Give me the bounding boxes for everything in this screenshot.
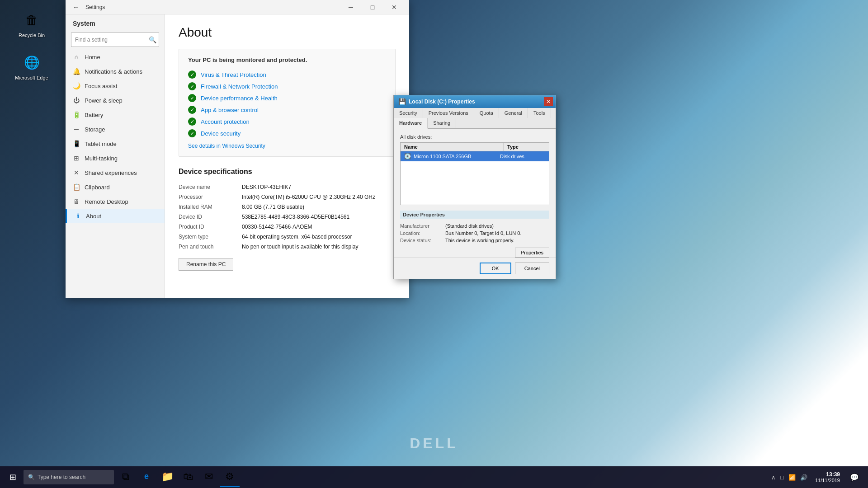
- sidebar-item-focus[interactable]: 🌙 Focus assist: [66, 79, 165, 93]
- spec-label-device-id: Device ID: [179, 214, 242, 220]
- dialog-title-left: 💾 Local Disk (C:) Properties: [398, 98, 475, 105]
- status-label: Device status:: [400, 238, 445, 243]
- taskbar-edge[interactable]: e: [137, 467, 156, 487]
- dialog-close-button[interactable]: ✕: [544, 97, 553, 106]
- virus-label: Virus & Threat Protection: [201, 71, 266, 78]
- taskbar: ⊞ 🔍 Type here to search ⧉ e 📁 🛍 ✉ ⚙ ∧ □ …: [0, 466, 868, 488]
- edge-image: 🌐: [21, 52, 42, 73]
- spec-table: Device name DESKTOP-43EHIK7 Processor In…: [179, 182, 396, 252]
- security-item-virus[interactable]: ✓ Virus & Threat Protection: [188, 69, 386, 80]
- spec-row-ram: Installed RAM 8.00 GB (7.71 GB usable): [179, 202, 396, 212]
- back-button[interactable]: ←: [70, 3, 82, 12]
- clipboard-label: Clipboard: [85, 184, 110, 191]
- col-name: Name: [401, 143, 504, 151]
- notifications-icon: 🔔: [73, 68, 80, 75]
- tab-security[interactable]: Security: [394, 108, 423, 118]
- about-label: About: [86, 213, 101, 220]
- notification-button[interactable]: 💬: [846, 469, 863, 485]
- check-icon-device-security: ✓: [188, 129, 196, 137]
- close-button[interactable]: ✕: [384, 0, 405, 14]
- security-item-device-security[interactable]: ✓ Device security: [188, 127, 386, 139]
- recycle-bin-label: Recycle Bin: [19, 33, 45, 38]
- device-specs-title: Device specifications: [179, 168, 396, 176]
- taskbar-settings[interactable]: ⚙: [220, 467, 240, 487]
- maximize-button[interactable]: □: [362, 0, 383, 14]
- drive-item[interactable]: 💽 Micron 1100 SATA 256GB Disk drives: [401, 151, 549, 161]
- tray-volume[interactable]: 🔊: [799, 473, 809, 482]
- battery-label: Battery: [85, 112, 103, 118]
- see-details-link[interactable]: See details in Windows Security: [188, 143, 386, 149]
- spec-row-pen-touch: Pen and touch No pen or touch input is a…: [179, 242, 396, 252]
- security-item-account[interactable]: ✓ Account protection: [188, 116, 386, 127]
- spec-value-processor: Intel(R) Core(TM) i5-6200U CPU @ 2.30GHz…: [242, 194, 396, 200]
- storage-label: Storage: [85, 126, 105, 133]
- tab-previous-versions[interactable]: Previous Versions: [423, 108, 474, 118]
- security-item-app-browser[interactable]: ✓ App & browser control: [188, 104, 386, 116]
- tray-network[interactable]: 📶: [787, 473, 797, 482]
- power-label: Power & sleep: [85, 97, 123, 104]
- taskbar-search[interactable]: 🔍 Type here to search: [24, 470, 114, 484]
- start-button[interactable]: ⊞: [2, 466, 24, 488]
- sidebar-item-clipboard[interactable]: 📋 Clipboard: [66, 180, 165, 194]
- focus-icon: 🌙: [73, 82, 80, 89]
- taskbar-clock[interactable]: 13:39 11/11/2019: [811, 470, 844, 484]
- taskbar-task-view[interactable]: ⧉: [116, 467, 136, 487]
- battery-icon: 🔋: [73, 111, 80, 118]
- spec-row-device-id: Device ID 538E2785-4489-48C3-8366-4D5EF0…: [179, 212, 396, 222]
- sidebar-item-multitasking[interactable]: ⊞ Multi-tasking: [66, 151, 165, 165]
- search-icon: 🔍: [149, 36, 156, 43]
- settings-body: System 🔍 ⌂ Home 🔔 Notifications & action…: [66, 14, 409, 298]
- sidebar-item-battery[interactable]: 🔋 Battery: [66, 108, 165, 122]
- power-icon: ⏻: [73, 97, 80, 104]
- sidebar-item-storage[interactable]: ─ Storage: [66, 122, 165, 136]
- minimize-button[interactable]: ─: [340, 0, 361, 14]
- remote-label: Remote Desktop: [85, 198, 128, 205]
- tab-quota[interactable]: Quota: [474, 108, 499, 118]
- drive-type: Disk drives: [500, 154, 545, 159]
- tray-action-center[interactable]: □: [779, 473, 785, 482]
- taskbar-right: ∧ □ 📶 🔊 13:39 11/11/2019 💬: [770, 469, 866, 485]
- sidebar-item-shared[interactable]: ✕ Shared experiences: [66, 165, 165, 180]
- sidebar-item-about[interactable]: ℹ About: [66, 209, 165, 223]
- search-box[interactable]: 🔍: [71, 33, 159, 47]
- spec-value-device-id: 538E2785-4489-48C3-8366-4D5EF0B14561: [242, 214, 396, 220]
- location-label: Location:: [400, 230, 445, 236]
- taskbar-search-text: Type here to search: [38, 474, 85, 480]
- drive-col-headers: Name Type: [400, 142, 549, 151]
- properties-button[interactable]: Properties: [515, 248, 549, 258]
- ok-button[interactable]: OK: [480, 263, 511, 274]
- tray-up-arrow[interactable]: ∧: [770, 473, 777, 482]
- check-icon-virus: ✓: [188, 70, 196, 79]
- sidebar-item-notifications[interactable]: 🔔 Notifications & actions: [66, 64, 165, 79]
- sidebar-item-home[interactable]: ⌂ Home: [66, 50, 165, 64]
- shared-icon: ✕: [73, 169, 80, 176]
- microsoft-edge-icon[interactable]: 🌐 Microsoft Edge: [14, 52, 50, 80]
- spec-label-name: Device name: [179, 184, 242, 190]
- sidebar-item-tablet[interactable]: 📱 Tablet mode: [66, 136, 165, 151]
- taskbar-file-explorer[interactable]: 📁: [157, 467, 177, 487]
- drives-list: 💽 Micron 1100 SATA 256GB Disk drives: [400, 151, 549, 205]
- security-item-device-perf[interactable]: ✓ Device performance & Health: [188, 92, 386, 104]
- sidebar-item-remote[interactable]: 🖥 Remote Desktop: [66, 194, 165, 209]
- recycle-bin-icon[interactable]: 🗑 Recycle Bin: [14, 9, 50, 38]
- tab-hardware[interactable]: Hardware: [394, 118, 428, 129]
- search-input[interactable]: [71, 33, 159, 47]
- device-perf-label: Device performance & Health: [201, 95, 278, 102]
- device-security-label: Device security: [201, 130, 241, 137]
- tab-tools[interactable]: Tools: [528, 108, 551, 118]
- taskbar-store[interactable]: 🛍: [178, 467, 198, 487]
- check-icon-app-browser: ✓: [188, 106, 196, 114]
- device-props-title: Device Properties: [400, 211, 549, 219]
- taskbar-mail[interactable]: ✉: [199, 467, 219, 487]
- cancel-button[interactable]: Cancel: [515, 263, 549, 274]
- tab-sharing[interactable]: Sharing: [428, 118, 456, 128]
- sidebar-item-power[interactable]: ⏻ Power & sleep: [66, 93, 165, 108]
- tab-general[interactable]: General: [499, 108, 528, 118]
- system-tray: ∧ □ 📶 🔊: [770, 473, 809, 482]
- spec-row-product-id: Product ID 00330-51442-75466-AAOEM: [179, 222, 396, 232]
- clipboard-icon: 📋: [73, 183, 80, 191]
- home-label: Home: [85, 54, 100, 61]
- rename-button[interactable]: Rename this PC: [179, 258, 233, 271]
- device-prop-status: Device status: This device is working pr…: [400, 237, 549, 244]
- security-item-firewall[interactable]: ✓ Firewall & Network Protection: [188, 80, 386, 92]
